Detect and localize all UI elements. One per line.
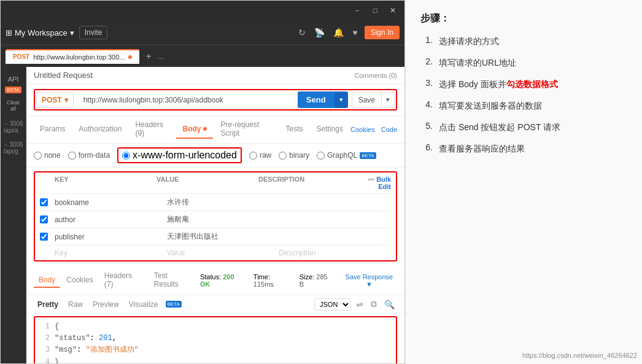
json-line-1: 1 { xyxy=(40,321,391,333)
auth-label: Authorization xyxy=(79,125,122,133)
main-panel: Untitled Request Comments (0) POST ▾ Sen… xyxy=(26,67,404,363)
none-radio[interactable] xyxy=(34,152,42,160)
resp-sub-tabs: Pretty Raw Preview Visualize BETA JSON ⇌… xyxy=(26,295,404,314)
url-bar-wrapper: POST ▾ Send ▾ Save ▾ xyxy=(26,84,404,116)
save-button[interactable]: Save xyxy=(352,92,382,108)
cookies-link[interactable]: Cookies xyxy=(350,126,375,133)
close-button[interactable]: ✕ xyxy=(386,5,400,16)
tests-tab[interactable]: Tests xyxy=(280,120,309,139)
save-button-group: Save ▾ xyxy=(352,92,395,108)
send-button-group: Send ▾ xyxy=(298,91,348,108)
bell-icon[interactable]: 🔔 xyxy=(331,26,346,39)
body-label: Body xyxy=(182,125,201,133)
row2-checkbox[interactable] xyxy=(40,215,48,223)
pretty-tab[interactable]: Pretty xyxy=(34,298,62,311)
step-5-text: 点击 Send 按钮发起 POST 请求 xyxy=(439,121,560,134)
check-col-header xyxy=(40,176,55,190)
send-dropdown[interactable]: ▾ xyxy=(335,91,348,108)
tab-more-button[interactable]: ... xyxy=(158,52,164,61)
tab-modified-dot xyxy=(128,55,132,59)
send-button[interactable]: Send xyxy=(298,91,335,108)
method-select[interactable]: POST ▾ xyxy=(36,92,74,108)
key-placeholder: Key xyxy=(40,249,167,257)
graphql-beta: BETA xyxy=(360,152,376,159)
form-table-header: KEY VALUE DESCRIPTION ••• Bulk Edit xyxy=(40,172,391,194)
json-line-3: 3 "msg": "添加图书成功" xyxy=(40,344,391,356)
resp-testresults-tab[interactable]: Test Results xyxy=(149,269,199,292)
save-dropdown[interactable]: ▾ xyxy=(382,92,395,108)
url-input[interactable] xyxy=(77,92,294,108)
xwww-radio[interactable] xyxy=(122,152,130,160)
raw-tab[interactable]: Raw xyxy=(64,298,87,311)
window-controls: － □ ✕ xyxy=(350,4,400,17)
prerequest-tab[interactable]: Pre-request Script xyxy=(214,116,278,143)
row3-checkbox[interactable] xyxy=(40,233,48,241)
beta-badge: BETA xyxy=(5,87,21,93)
resp-cookies-tab[interactable]: Cookies xyxy=(61,273,98,288)
sidebar-history-1[interactable]: ←3006/api/a xyxy=(2,118,24,136)
sign-in-button[interactable]: Sign In xyxy=(365,26,400,39)
body-options: none form-data x-www-form-urlencoded raw xyxy=(26,144,404,168)
step-3: 3. 选择 Body 面板并勾选数据格式 xyxy=(420,78,627,91)
raw-option[interactable]: raw xyxy=(249,151,271,160)
headers-label: Headers (9) xyxy=(135,120,169,137)
visualize-tab[interactable]: Visualize xyxy=(125,298,162,311)
preview-tab[interactable]: Preview xyxy=(89,298,123,311)
wrap-icon[interactable]: ⇌ xyxy=(354,298,366,311)
sync-icon[interactable]: ↻ xyxy=(296,26,307,39)
prerequest-label: Pre-request Script xyxy=(220,120,272,137)
clear-all-button[interactable]: Clear all xyxy=(2,96,25,115)
format-select[interactable]: JSON xyxy=(314,298,351,311)
row1-checkbox[interactable] xyxy=(40,198,48,206)
form-data-option[interactable]: form-data xyxy=(68,151,110,160)
graphql-radio[interactable] xyxy=(317,152,325,160)
resp-testresults-label: Test Results xyxy=(154,271,179,288)
workspace-selector[interactable]: ⊞ My Workspace ▾ xyxy=(6,28,74,37)
row3-checkbox-wrap[interactable] xyxy=(40,233,55,241)
body-tab[interactable]: Body xyxy=(176,120,213,139)
resp-body-tab[interactable]: Body xyxy=(34,273,60,288)
code-link[interactable]: Code xyxy=(381,126,397,133)
invite-button[interactable]: Invite xyxy=(79,26,108,39)
status-size: 285 B xyxy=(300,273,328,288)
radio-icon[interactable]: 📡 xyxy=(312,26,327,39)
headers-tab[interactable]: Headers (9) xyxy=(129,116,175,143)
xwww-label: x-www-form-urlencoded xyxy=(133,150,237,161)
step-6-text: 查看服务器响应的结果 xyxy=(439,142,525,155)
sidebar-api-item[interactable]: API BETA xyxy=(2,72,25,93)
active-tab[interactable]: POST http://www.liulongbin.top:300... xyxy=(6,49,139,64)
settings-tab[interactable]: Settings xyxy=(311,120,349,139)
search-icon[interactable]: 🔍 xyxy=(382,298,397,311)
tab-method-label: POST xyxy=(13,53,29,60)
maximize-button[interactable]: □ xyxy=(369,5,381,16)
binary-option[interactable]: binary xyxy=(279,151,309,160)
resp-headers-tab[interactable]: Headers (7) xyxy=(99,269,148,292)
none-option[interactable]: none xyxy=(34,151,61,160)
postman-window: － □ ✕ ⊞ My Workspace ▾ Invite ↻ 📡 🔔 ♥ Si… xyxy=(0,0,405,364)
copy-icon[interactable]: ⧉ xyxy=(368,298,379,311)
save-response-button[interactable]: Save Response ▼ xyxy=(341,273,397,288)
new-tab-button[interactable]: + xyxy=(142,51,155,62)
bulk-edit-link[interactable]: Bulk Edit xyxy=(376,176,391,190)
row1-checkbox-wrap[interactable] xyxy=(40,198,55,206)
sidebar-history-2[interactable]: ←3006/api/g xyxy=(2,139,24,157)
tab-bar: POST http://www.liulongbin.top:300... + … xyxy=(1,45,404,67)
raw-radio[interactable] xyxy=(249,152,257,160)
title-bar: － □ ✕ xyxy=(1,1,404,20)
json-line-2: 2 "status": 201, xyxy=(40,333,391,344)
comments-link[interactable]: Comments (0) xyxy=(354,72,397,79)
graphql-option[interactable]: GraphQL BETA xyxy=(317,151,376,160)
params-tab[interactable]: Params xyxy=(34,120,71,139)
xwww-option-highlight[interactable]: x-www-form-urlencoded xyxy=(117,147,242,163)
method-label: POST xyxy=(42,96,62,104)
row1-key: bookname xyxy=(55,198,167,207)
heart-icon[interactable]: ♥ xyxy=(350,26,359,39)
auth-tab[interactable]: Authorization xyxy=(72,120,128,139)
form-data-radio[interactable] xyxy=(68,152,76,160)
step-5-num: 5. xyxy=(420,121,433,131)
minimize-button[interactable]: － xyxy=(350,4,365,17)
form-data-table: KEY VALUE DESCRIPTION ••• Bulk Edit book… xyxy=(34,171,397,261)
row2-checkbox-wrap[interactable] xyxy=(40,215,55,223)
binary-radio[interactable] xyxy=(279,152,287,160)
csdn-link[interactable]: https://blog.csdn.net/weixin_46264622 xyxy=(522,352,637,359)
